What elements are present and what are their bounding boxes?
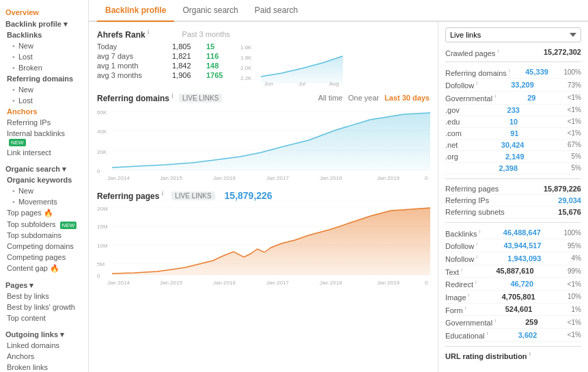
sidebar-section-pages[interactable]: Pages ▾ — [0, 278, 88, 291]
time-filter-year[interactable]: One year — [348, 94, 379, 102]
svg-text:Jun: Jun — [264, 81, 273, 87]
time-filter-30days[interactable]: Last 30 days — [384, 94, 430, 102]
sidebar-item-refdom-lost[interactable]: • Lost — [0, 95, 88, 106]
sidebar-item-org-movements[interactable]: • Movements — [0, 196, 88, 207]
stat-label-nofollow: Nofollow i — [445, 254, 477, 263]
stat-pct-educational: <1% — [568, 331, 581, 338]
right-panel: Live links Historical links Crawled page… — [438, 22, 588, 372]
svg-text:2.2K: 2.2K — [240, 75, 252, 81]
sidebar-item-best-by-links[interactable]: Best by links — [0, 291, 88, 302]
ref-pages-stats: Referring pages 15,879,226 Referring IPs… — [445, 183, 581, 218]
stat-pct-governmental: <1% — [568, 94, 581, 101]
svg-text:Jan 2019: Jan 2019 — [377, 175, 400, 181]
sidebar-item-new[interactable]: • New — [0, 40, 88, 51]
svg-text:Jan 2018: Jan 2018 — [320, 280, 342, 286]
svg-text:15M: 15M — [97, 224, 108, 230]
stat-pct-com: <1% — [568, 129, 581, 137]
rank-mini-chart: 1.6K 1.8K 2.0K 2.2K Jun Jul Aug — [240, 42, 350, 87]
stat-label-backlinks: Backlinks i — [445, 228, 480, 238]
stat-pct-redirect: <1% — [568, 280, 581, 288]
tab-backlink-profile[interactable]: Backlink profile — [97, 0, 174, 22]
stat-val-governmental: 29 — [527, 94, 535, 102]
stat-val-govt: 259 — [525, 318, 537, 326]
stat-val-refdoms: 45,339 — [525, 68, 548, 76]
stat-val-backlinks: 46,488,647 — [503, 228, 541, 237]
ref-domains-title: Referring domains i — [97, 92, 173, 103]
svg-text:Jan 2017: Jan 2017 — [266, 280, 289, 286]
stat-pct-bl-dofollow: 95% — [568, 242, 581, 250]
sidebar-item-top-content[interactable]: Top content — [0, 313, 88, 323]
sidebar-item-link-intersect[interactable]: Link intersect — [0, 147, 88, 158]
stat-label-org: .org — [445, 152, 458, 161]
live-links-dropdown[interactable]: Live links Historical links — [445, 27, 581, 42]
svg-text:Jan 2015: Jan 2015 — [160, 280, 182, 286]
sidebar-section-organic[interactable]: Organic search ▾ — [0, 162, 88, 174]
crawled-pages-row: Crawled pages i 15,272,302 — [445, 48, 581, 57]
svg-text:10M: 10M — [97, 243, 108, 249]
backlinks-stats: Backlinks i 46,488,647 100% Dofollow i 4… — [445, 227, 581, 342]
stat-label-govt: Governmental i — [445, 317, 496, 327]
stat-val-refips: 29,034 — [558, 196, 581, 204]
sidebar-item-top-subdomains[interactable]: Top subdomains — [0, 230, 88, 241]
svg-text:2.0K: 2.0K — [240, 65, 252, 71]
sidebar-item-anchors-out[interactable]: Anchors — [0, 351, 88, 362]
svg-text:40K: 40K — [97, 129, 107, 135]
stat-label-dofollow: Dofollow i — [445, 80, 477, 90]
svg-text:Jan 2016: Jan 2016 — [213, 280, 236, 286]
svg-text:Jan 2018: Jan 2018 — [320, 175, 342, 181]
sidebar-item-lost[interactable]: • Lost — [0, 51, 88, 62]
main-content: Backlink profile Organic search Paid sea… — [89, 0, 588, 372]
sidebar-item-linked-domains[interactable]: Linked domains — [0, 340, 88, 351]
stat-pct-dofollow: 73% — [568, 81, 581, 89]
stat-label-bl-dofollow: Dofollow i — [445, 241, 477, 250]
stat-pct-refdoms: 100% — [563, 68, 581, 76]
sidebar-item-refdom-new[interactable]: • New — [0, 84, 88, 95]
stat-val-nofollow: 1,943,093 — [507, 254, 541, 263]
stat-pct-form: 1% — [572, 306, 581, 313]
sidebar-item-competing-domains[interactable]: Competing domains — [0, 241, 88, 252]
stat-pct-edu: <1% — [568, 118, 581, 125]
tab-organic-search[interactable]: Organic search — [174, 0, 246, 22]
stat-label-redirect: Redirect i — [445, 279, 477, 289]
svg-marker-4 — [261, 56, 343, 83]
svg-marker-16 — [112, 113, 430, 170]
sidebar-item-competing-pages[interactable]: Competing pages — [0, 252, 88, 263]
sidebar-item-broken[interactable]: • Broken — [0, 62, 88, 73]
crawled-pages-label: Crawled pages i — [445, 48, 499, 57]
sidebar-overview[interactable]: Overview — [0, 5, 88, 18]
ref-domains-badge: LIVE LINKS — [179, 94, 222, 103]
sidebar-item-referring-ips[interactable]: Referring IPs — [0, 117, 88, 128]
referring-domains-section: Referring domains i LIVE LINKS All time … — [97, 92, 430, 185]
ahrefs-rank-period: Past 3 months — [182, 30, 230, 38]
sidebar-section-backlink[interactable]: Backlink profile ▾ — [0, 18, 88, 29]
crawled-pages-value: 15,272,302 — [544, 48, 581, 57]
sidebar-item-content-gap[interactable]: Content gap 🔥 — [0, 263, 88, 274]
svg-text:Jul: Jul — [298, 81, 305, 87]
stat-label-image: Image i — [445, 292, 469, 302]
sidebar-item-top-subfolders[interactable]: Top subfolders NEW — [0, 219, 88, 230]
stat-pct-net: 67% — [568, 141, 581, 148]
time-filter-all[interactable]: All time — [318, 94, 343, 102]
stat-pct-image: 10% — [568, 293, 581, 300]
svg-text:20M: 20M — [97, 206, 108, 212]
tab-paid-search[interactable]: Paid search — [247, 0, 306, 22]
sidebar-item-internal-backlinks[interactable]: Internal backlinks NEW — [0, 128, 88, 147]
stat-label-refips: Referring IPs — [445, 196, 489, 204]
sidebar-item-anchors[interactable]: Anchors — [0, 106, 88, 117]
stat-label-net: .net — [445, 141, 458, 149]
svg-text:5M: 5M — [97, 261, 104, 267]
sidebar-item-org-new[interactable]: • New — [0, 185, 88, 196]
svg-text:1.6K: 1.6K — [240, 44, 252, 51]
sidebar-item-top-pages[interactable]: Top pages 🔥 — [0, 207, 88, 219]
ref-pages-title: Referring pages i — [97, 190, 163, 201]
content-area: Ahrefs Rank i Past 3 months Today1,80515… — [89, 22, 588, 372]
stat-pct-org: 5% — [572, 152, 581, 160]
ref-pages-value: 15,879,226 — [225, 190, 272, 201]
ahrefs-rank-section: Ahrefs Rank i Past 3 months Today1,80515… — [97, 29, 350, 87]
svg-text:Jan 2019: Jan 2019 — [377, 280, 400, 286]
svg-text:60K: 60K — [97, 109, 107, 116]
sidebar-item-best-by-links-growth[interactable]: Best by links' growth — [0, 302, 88, 313]
sidebar-section-outgoing[interactable]: Outgoing links ▾ — [0, 328, 88, 340]
sidebar-item-broken-links[interactable]: Broken links — [0, 362, 88, 372]
svg-text:20K: 20K — [97, 149, 107, 155]
